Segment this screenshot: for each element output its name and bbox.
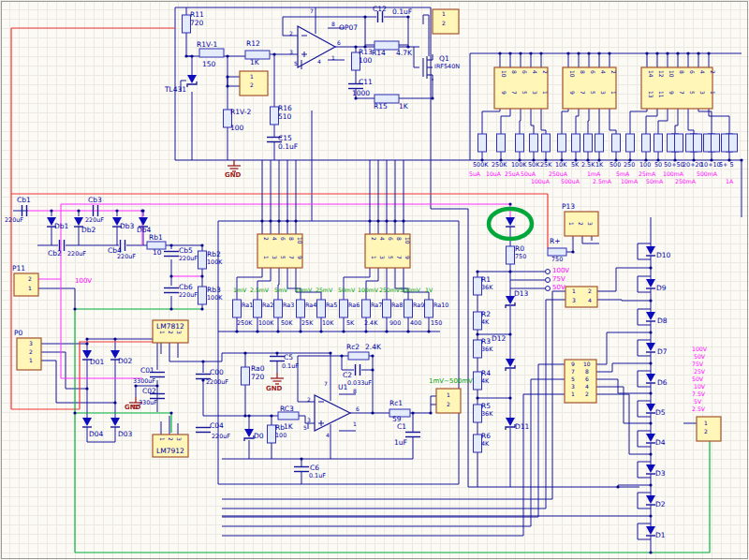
diode[interactable] [506, 296, 515, 304]
resistor[interactable] [612, 134, 621, 152]
connector[interactable] [697, 417, 721, 441]
resistor[interactable] [254, 300, 262, 317]
resistor[interactable] [271, 107, 279, 125]
resistor[interactable] [474, 435, 482, 452]
resistor[interactable] [474, 312, 482, 330]
resistor[interactable] [626, 134, 635, 152]
resistor[interactable] [389, 409, 410, 417]
resistor[interactable] [352, 52, 360, 70]
test-point[interactable] [546, 287, 551, 291]
connector[interactable] [433, 9, 459, 34]
resistor[interactable] [516, 134, 524, 152]
diode[interactable] [646, 464, 655, 473]
connector[interactable] [494, 67, 548, 109]
diode[interactable] [646, 246, 655, 255]
resistor[interactable] [478, 134, 487, 152]
diode[interactable] [244, 429, 254, 437]
connector[interactable] [240, 71, 268, 96]
resistor[interactable] [584, 134, 593, 152]
resistor[interactable] [198, 251, 207, 269]
resistor[interactable] [374, 95, 399, 103]
opamp-symbol[interactable] [298, 26, 335, 67]
resistor[interactable] [572, 134, 580, 152]
connector[interactable] [257, 234, 302, 268]
connector[interactable] [436, 389, 461, 413]
resistor[interactable] [233, 300, 242, 317]
connector[interactable] [153, 320, 188, 343]
resistor[interactable] [224, 110, 232, 127]
resistor[interactable] [507, 246, 515, 264]
diode[interactable] [646, 343, 655, 351]
connector[interactable] [565, 212, 598, 236]
diode[interactable] [187, 75, 197, 83]
resistor[interactable] [183, 15, 191, 33]
connector[interactable] [565, 287, 597, 307]
junction-dot [276, 330, 279, 332]
diode[interactable] [646, 404, 655, 412]
resistor[interactable] [642, 134, 651, 152]
diode[interactable] [74, 217, 83, 226]
opamp-symbol[interactable] [315, 395, 350, 431]
resistor[interactable] [474, 340, 482, 358]
junction-dot [200, 274, 203, 277]
connector[interactable] [563, 67, 616, 109]
resistor[interactable] [404, 300, 413, 317]
resistor[interactable] [274, 300, 283, 317]
junction-dot [371, 411, 374, 414]
resistor[interactable] [425, 300, 433, 317]
test-point[interactable] [546, 278, 551, 283]
connector[interactable] [153, 435, 188, 457]
diode[interactable] [506, 418, 515, 426]
diode[interactable] [47, 217, 56, 226]
diode[interactable] [110, 418, 120, 426]
diode[interactable] [646, 526, 655, 535]
diode[interactable] [646, 374, 655, 382]
connector[interactable] [14, 273, 38, 296]
resistor[interactable] [595, 134, 604, 152]
resistor[interactable] [474, 277, 482, 295]
resistor[interactable] [278, 412, 299, 420]
connector[interactable] [17, 338, 41, 370]
diode[interactable] [646, 279, 655, 287]
resistor[interactable] [474, 405, 482, 422]
resistor[interactable] [558, 134, 566, 152]
resistor[interactable] [383, 300, 391, 317]
diode[interactable] [506, 359, 515, 367]
resistor[interactable] [362, 300, 371, 317]
resistor[interactable] [530, 134, 538, 152]
resistor[interactable] [268, 425, 276, 443]
resistor[interactable] [199, 49, 224, 57]
resistor[interactable] [147, 242, 166, 249]
resistor[interactable] [317, 300, 326, 317]
resistor[interactable] [675, 134, 683, 152]
resistor[interactable] [340, 300, 348, 317]
diode[interactable] [112, 217, 122, 226]
diode[interactable] [646, 434, 655, 442]
connector[interactable] [565, 360, 596, 403]
resistor[interactable] [729, 134, 738, 152]
diode[interactable] [82, 350, 92, 359]
connector[interactable] [641, 67, 712, 109]
resistor[interactable] [654, 134, 663, 152]
resistor[interactable] [242, 367, 250, 385]
diode[interactable] [646, 495, 655, 504]
diode[interactable] [110, 350, 120, 359]
diode[interactable] [139, 217, 148, 226]
resistor[interactable] [297, 300, 305, 317]
connector[interactable] [365, 234, 410, 268]
resistor[interactable] [497, 134, 506, 152]
resistor[interactable] [245, 51, 270, 59]
resistor[interactable] [542, 134, 551, 152]
resistor[interactable] [548, 248, 566, 256]
resistor[interactable] [348, 352, 369, 360]
diode[interactable] [646, 312, 655, 320]
diode[interactable] [82, 418, 92, 426]
resistor[interactable] [198, 287, 207, 304]
resistor[interactable] [374, 41, 399, 50]
resistor[interactable] [694, 134, 702, 152]
schematic-sheet[interactable]: R11720R1V-1150R121KTL43112R1V-2100R16510… [0, 0, 749, 560]
test-point[interactable] [546, 270, 551, 274]
diode[interactable] [506, 217, 515, 226]
resistor[interactable] [474, 372, 482, 390]
resistor[interactable] [712, 134, 720, 152]
